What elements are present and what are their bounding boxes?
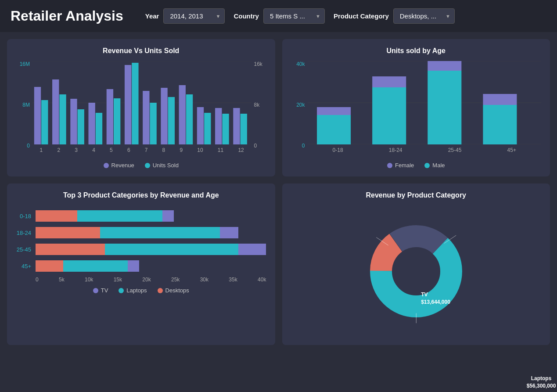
svg-rect-15 — [143, 91, 149, 144]
svg-rect-6 — [59, 94, 66, 144]
svg-rect-7 — [70, 99, 77, 144]
revenue-by-category-card: Revenue by Product Category .donut-seg {… — [282, 183, 550, 345]
svg-rect-25 — [233, 108, 240, 144]
laptops-bar-0-18 — [77, 210, 162, 222]
donut-container: .donut-seg { transform-origin: 130px 130… — [291, 205, 542, 337]
legend-male: Male — [424, 162, 445, 169]
svg-rect-34 — [428, 71, 461, 144]
hbar-bars-18-24 — [36, 227, 266, 239]
tv-bar-25-45 — [238, 244, 266, 255]
country-filter-group: Country 5 Items S ... — [234, 8, 325, 24]
desktops-bar-25-45 — [36, 244, 105, 255]
revenue-units-legend: Revenue Units Sold — [16, 162, 266, 169]
svg-rect-33 — [372, 76, 406, 87]
male-dot — [424, 163, 430, 168]
units-sold-dot — [145, 163, 150, 168]
svg-rect-12 — [114, 98, 120, 144]
svg-rect-22 — [204, 113, 211, 144]
svg-rect-5 — [52, 79, 59, 144]
category-select[interactable]: Desktops, ... — [393, 8, 455, 24]
svg-rect-31 — [317, 107, 351, 115]
age-x-labels: 0-18 18-24 25-45 45+ — [308, 147, 542, 153]
hbar-x-axis: 0 5k 10k 15k 20k 25k 30k 35k 40k — [16, 277, 266, 283]
y-axis-left: 16M 8M 0 — [16, 61, 32, 158]
svg-rect-3 — [34, 87, 41, 144]
svg-rect-4 — [41, 100, 48, 144]
donut-labels: TV $13,644,000 Desktops $20,034,000 Lapt… — [416, 271, 557, 392]
svg-rect-30 — [317, 115, 351, 144]
category-select-wrapper[interactable]: Desktops, ... — [393, 8, 455, 24]
laptops-legend-dot — [119, 288, 124, 293]
revenue-vs-units-card: Revenue Vs Units Sold 16M 8M 0 — [7, 39, 275, 176]
laptops-label: Laptops $56,300,000 — [527, 375, 556, 390]
legend-desktops: Desktops — [158, 287, 189, 294]
tv-bar-0-18 — [162, 210, 174, 222]
year-select-wrapper[interactable]: 2014, 2013 — [163, 8, 225, 24]
revenue-vs-units-title: Revenue Vs Units Sold — [16, 47, 266, 55]
hbar-row-25-45: 25-45 — [16, 243, 266, 255]
revenue-by-category-title: Revenue by Product Category — [291, 191, 542, 199]
legend-tv: TV — [93, 287, 108, 294]
svg-rect-32 — [372, 87, 406, 144]
desktops-bar-0-18 — [36, 210, 77, 222]
svg-rect-13 — [125, 65, 131, 144]
category-filter-group: Product Category Desktops, ... — [334, 8, 455, 24]
year-select[interactable]: 2014, 2013 — [163, 8, 225, 24]
units-by-age-card: Units sold by Age 40k 20k 0 — [282, 39, 550, 176]
year-filter-group: Year 2014, 2013 — [145, 8, 225, 24]
hbar-row-18-24: 18-24 — [16, 227, 266, 239]
legend-laptops: Laptops — [119, 287, 147, 294]
hbar-bars-25-45 — [36, 243, 266, 255]
svg-rect-26 — [241, 114, 247, 144]
x-axis-labels: 123 456 789 101112 — [32, 147, 252, 153]
desktops-legend-dot — [158, 288, 163, 293]
svg-rect-35 — [428, 61, 461, 71]
tv-bar-18-24 — [220, 227, 238, 238]
year-filter-label: Year — [145, 12, 159, 20]
svg-rect-17 — [161, 88, 167, 144]
hbar-label-0-18: 0-18 — [16, 213, 36, 219]
hbar-label-45plus: 45+ — [16, 263, 36, 270]
country-filter-label: Country — [234, 12, 259, 20]
svg-rect-9 — [89, 103, 95, 144]
svg-rect-24 — [222, 114, 229, 144]
svg-rect-19 — [179, 85, 186, 144]
svg-rect-10 — [96, 113, 102, 144]
revenue-units-svg — [32, 61, 252, 144]
svg-rect-20 — [186, 94, 193, 144]
svg-rect-16 — [150, 103, 156, 144]
svg-rect-36 — [483, 105, 517, 144]
country-select-wrapper[interactable]: 5 Items S ... — [263, 8, 325, 24]
desktops-bar-45plus — [36, 260, 63, 272]
revenue-dot — [104, 163, 109, 168]
category-filter-label: Product Category — [334, 12, 389, 20]
female-dot — [387, 163, 392, 168]
laptops-bar-45plus — [63, 260, 128, 272]
hbar-label-25-45: 25-45 — [16, 246, 36, 253]
units-by-age-title: Units sold by Age — [291, 47, 542, 55]
svg-rect-23 — [215, 108, 222, 144]
tv-legend-dot — [93, 288, 98, 293]
hbar-row-45plus: 45+ — [16, 260, 266, 272]
hbar-label-18-24: 18-24 — [16, 230, 36, 236]
desktops-bar-18-24 — [36, 227, 100, 238]
svg-rect-37 — [483, 94, 517, 105]
page-title: Retailer Analysis — [11, 8, 123, 24]
laptops-bar-25-45 — [105, 244, 239, 255]
svg-rect-8 — [78, 109, 84, 144]
hbar-bars-45plus — [36, 260, 266, 272]
legend-units-sold: Units Sold — [145, 162, 179, 169]
laptops-bar-18-24 — [100, 227, 220, 238]
age-svg — [308, 61, 542, 144]
charts-grid: Revenue Vs Units Sold 16M 8M 0 — [0, 32, 557, 352]
hbar-bars-0-18 — [36, 210, 266, 222]
hbar-row-0-18: 0-18 — [16, 210, 266, 222]
tv-label: TV $13,644,000 — [421, 291, 450, 306]
top3-categories-card: Top 3 Product Categories by Revenue and … — [7, 183, 275, 345]
svg-rect-14 — [132, 63, 138, 144]
header: Retailer Analysis Year 2014, 2013 Countr… — [0, 0, 557, 32]
svg-rect-21 — [197, 107, 204, 144]
country-select[interactable]: 5 Items S ... — [263, 8, 325, 24]
tv-bar-45plus — [128, 260, 139, 272]
legend-revenue: Revenue — [104, 162, 134, 169]
